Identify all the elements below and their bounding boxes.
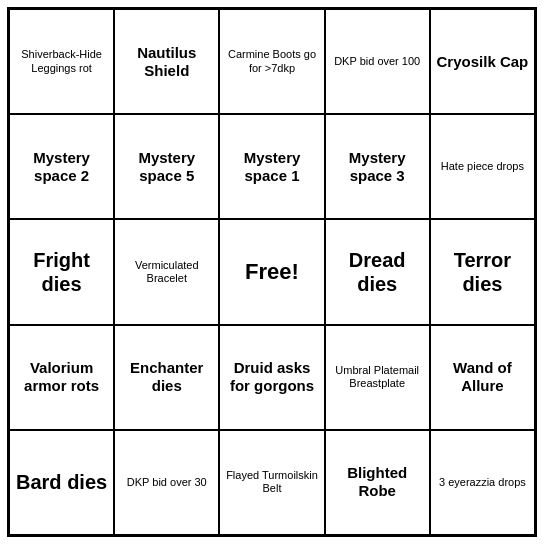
bingo-cell-r0c0: Shiverback-Hide Leggings rot [9, 9, 114, 114]
bingo-cell-r2c3: Dread dies [325, 219, 430, 324]
cell-text-r0c0: Shiverback-Hide Leggings rot [14, 48, 109, 74]
bingo-cell-r4c0: Bard dies [9, 430, 114, 535]
cell-text-r2c3: Dread dies [330, 248, 425, 296]
bingo-cell-r2c4: Terror dies [430, 219, 535, 324]
cell-text-r4c0: Bard dies [16, 470, 107, 494]
cell-text-r4c3: Blighted Robe [330, 464, 425, 500]
bingo-cell-r0c3: DKP bid over 100 [325, 9, 430, 114]
bingo-cell-r1c4: Hate piece drops [430, 114, 535, 219]
bingo-cell-r3c2: Druid asks for gorgons [219, 325, 324, 430]
bingo-grid: Shiverback-Hide Leggings rotNautilus Shi… [9, 9, 535, 535]
cell-text-r2c0: Fright dies [14, 248, 109, 296]
cell-text-r0c3: DKP bid over 100 [334, 55, 420, 68]
bingo-cell-r4c4: 3 eyerazzia drops [430, 430, 535, 535]
cell-text-r2c1: Vermiculated Bracelet [119, 259, 214, 285]
bingo-cell-r0c4: Cryosilk Cap [430, 9, 535, 114]
cell-text-r1c1: Mystery space 5 [119, 149, 214, 185]
bingo-cell-r2c2: Free! [219, 219, 324, 324]
bingo-board: Shiverback-Hide Leggings rotNautilus Shi… [7, 7, 537, 537]
bingo-cell-r3c3: Umbral Platemail Breastplate [325, 325, 430, 430]
cell-text-r1c4: Hate piece drops [441, 160, 524, 173]
cell-text-r3c2: Druid asks for gorgons [224, 359, 319, 395]
bingo-cell-r2c1: Vermiculated Bracelet [114, 219, 219, 324]
cell-text-r4c2: Flayed Turmoilskin Belt [224, 469, 319, 495]
bingo-cell-r4c2: Flayed Turmoilskin Belt [219, 430, 324, 535]
bingo-cell-r4c3: Blighted Robe [325, 430, 430, 535]
cell-text-r0c1: Nautilus Shield [119, 44, 214, 80]
bingo-cell-r1c1: Mystery space 5 [114, 114, 219, 219]
cell-text-r4c1: DKP bid over 30 [127, 476, 207, 489]
cell-text-r4c4: 3 eyerazzia drops [439, 476, 526, 489]
bingo-cell-r0c1: Nautilus Shield [114, 9, 219, 114]
cell-text-r3c1: Enchanter dies [119, 359, 214, 395]
bingo-cell-r0c2: Carmine Boots go for >7dkp [219, 9, 324, 114]
bingo-cell-r1c3: Mystery space 3 [325, 114, 430, 219]
cell-text-r1c0: Mystery space 2 [14, 149, 109, 185]
cell-text-r2c2: Free! [245, 259, 299, 285]
cell-text-r3c4: Wand of Allure [435, 359, 530, 395]
cell-text-r1c3: Mystery space 3 [330, 149, 425, 185]
cell-text-r3c0: Valorium armor rots [14, 359, 109, 395]
bingo-cell-r2c0: Fright dies [9, 219, 114, 324]
bingo-cell-r4c1: DKP bid over 30 [114, 430, 219, 535]
cell-text-r2c4: Terror dies [435, 248, 530, 296]
bingo-cell-r1c0: Mystery space 2 [9, 114, 114, 219]
cell-text-r1c2: Mystery space 1 [224, 149, 319, 185]
cell-text-r0c4: Cryosilk Cap [437, 53, 529, 71]
bingo-cell-r1c2: Mystery space 1 [219, 114, 324, 219]
cell-text-r3c3: Umbral Platemail Breastplate [330, 364, 425, 390]
cell-text-r0c2: Carmine Boots go for >7dkp [224, 48, 319, 74]
bingo-cell-r3c4: Wand of Allure [430, 325, 535, 430]
bingo-cell-r3c1: Enchanter dies [114, 325, 219, 430]
bingo-cell-r3c0: Valorium armor rots [9, 325, 114, 430]
